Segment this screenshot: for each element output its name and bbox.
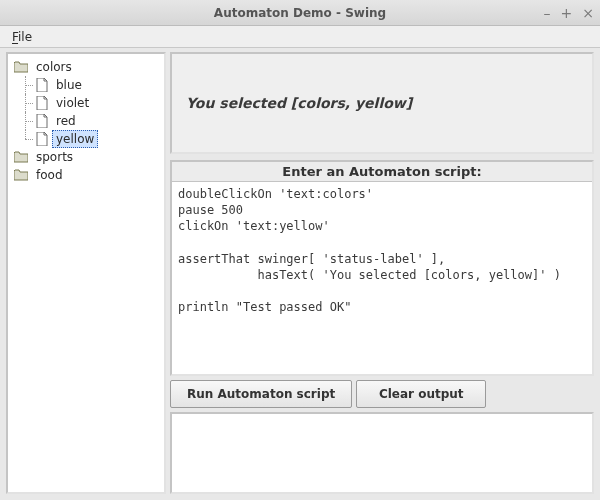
maximize-icon[interactable]: + (561, 5, 573, 21)
run-button[interactable]: Run Automaton script (170, 380, 352, 408)
script-panel: Enter an Automaton script: (170, 160, 594, 376)
tree-node-label: blue (52, 76, 86, 94)
tree-node-label: yellow (52, 130, 98, 148)
tree-node-violet[interactable]: violet (10, 94, 162, 112)
folder-icon (14, 61, 28, 73)
folder-icon (14, 151, 28, 163)
tree-connector (22, 112, 36, 130)
folder-icon (14, 169, 28, 181)
tree-node-label: red (52, 112, 80, 130)
tree-connector (22, 94, 36, 112)
window-controls: – + × (544, 0, 594, 25)
tree-node-label: colors (32, 58, 76, 76)
tree-view[interactable]: colorsbluevioletredyellowsportsfood (6, 52, 166, 494)
main-pane: You selected [colors, yellow] Enter an A… (170, 52, 594, 494)
status-label: You selected [colors, yellow] (186, 95, 412, 111)
file-icon (36, 78, 48, 92)
output-panel (170, 412, 594, 494)
tree-node-sports[interactable]: sports (10, 148, 162, 166)
tree-node-label: violet (52, 94, 93, 112)
tree-node-blue[interactable]: blue (10, 76, 162, 94)
client-area: colorsbluevioletredyellowsportsfood You … (2, 48, 598, 498)
tree-node-label: sports (32, 148, 77, 166)
tree-node-food[interactable]: food (10, 166, 162, 184)
script-header: Enter an Automaton script: (172, 162, 592, 182)
file-icon (36, 132, 48, 146)
minimize-icon[interactable]: – (544, 5, 551, 21)
tree-connector (22, 130, 36, 148)
button-row: Run Automaton script Clear output (170, 380, 594, 408)
tree-node-label: food (32, 166, 67, 184)
file-icon (36, 114, 48, 128)
tree-node-colors[interactable]: colors (10, 58, 162, 76)
menu-file[interactable]: File (6, 28, 38, 46)
script-input[interactable] (172, 182, 592, 374)
window-title: Automaton Demo - Swing (214, 6, 386, 20)
tree-node-red[interactable]: red (10, 112, 162, 130)
close-icon[interactable]: × (582, 5, 594, 21)
tree-node-yellow[interactable]: yellow (10, 130, 162, 148)
tree-connector (22, 76, 36, 94)
menubar: File (0, 26, 600, 48)
file-icon (36, 96, 48, 110)
status-panel: You selected [colors, yellow] (170, 52, 594, 154)
titlebar: Automaton Demo - Swing – + × (0, 0, 600, 26)
clear-output-button[interactable]: Clear output (356, 380, 486, 408)
